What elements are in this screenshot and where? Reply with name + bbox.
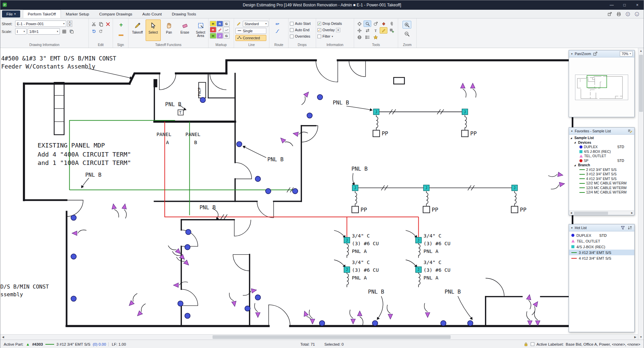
tree-root[interactable]: ◢Sample List [569, 136, 634, 140]
hot-list-item[interactable]: TEL, OUTLET [569, 238, 634, 244]
expander-icon[interactable]: ◢ [574, 141, 577, 144]
duplex-outlet-symbol[interactable] [185, 245, 190, 250]
pp-symbol[interactable] [511, 206, 518, 213]
duplex-outlet-symbol[interactable] [266, 188, 271, 194]
sheet-spinner[interactable]: ▲▼ [67, 20, 72, 27]
select-button[interactable]: Select [146, 19, 161, 41]
zoom-level-select[interactable]: 70%▾ [620, 51, 633, 56]
duplex-outlet-symbol[interactable] [307, 113, 312, 118]
tree-group-devices[interactable]: ◢Devices [569, 140, 634, 145]
horizontal-scrollbar[interactable]: ◀ ▶ [0, 334, 638, 340]
duplex-outlet-symbol[interactable] [317, 94, 323, 100]
list-tool-button[interactable] [364, 34, 371, 40]
pp-symbol[interactable] [462, 130, 468, 137]
help-button[interactable]: ? [624, 11, 631, 17]
remove-sign-button[interactable]: ▬ [117, 30, 125, 38]
vertical-scrollbar[interactable]: ▲ ▼ [638, 48, 644, 340]
info-button[interactable]: i [634, 11, 640, 17]
minimize-button[interactable]: — [605, 0, 618, 10]
tree-item[interactable]: 3 #12 3/4" EMT S/S [569, 172, 634, 177]
single-line-button[interactable]: Single [235, 28, 266, 34]
tab-auto-count[interactable]: Auto Count [137, 10, 167, 18]
tree-item[interactable]: 12/3 MC CABLE W/TERM [569, 186, 634, 190]
search-tool-button[interactable] [364, 20, 371, 27]
duplex-outlet-symbol[interactable] [467, 320, 473, 326]
export-button[interactable] [606, 11, 613, 17]
markup-cell-7[interactable]: J [217, 33, 223, 39]
tab-drawing-tools[interactable]: Drawing Tools [167, 10, 201, 18]
hot-list-item[interactable]: DUPLEXSTD [569, 232, 634, 238]
globe-tool-button[interactable] [355, 34, 363, 40]
star-tool-button[interactable] [372, 34, 379, 40]
scroll-left-icon[interactable]: ◀ [0, 335, 6, 340]
popout-icon[interactable] [593, 51, 598, 56]
spin-up-icon[interactable]: ▲ [67, 20, 72, 24]
duplex-outlet-symbol[interactable] [71, 254, 76, 259]
swap-tool-button[interactable] [364, 27, 371, 34]
markup-cell-0[interactable]: H [210, 21, 216, 27]
tree-item[interactable]: 12/4 MC CABLE W/TERM [569, 190, 634, 195]
expander-icon[interactable]: ◢ [574, 164, 577, 167]
copy-button[interactable] [98, 21, 104, 27]
maximize-button[interactable]: □ [618, 0, 631, 10]
collapse-icon[interactable]: ▼ [571, 227, 573, 229]
tab-marker-setup[interactable]: Marker Setup [61, 10, 94, 18]
tree-item[interactable]: 4 #12 3/4" EMT S/S [569, 177, 634, 181]
scroll-up-icon[interactable]: ▲ [638, 48, 644, 53]
auto-end-checkbox[interactable]: Auto End [290, 27, 311, 33]
duplex-outlet-symbol[interactable] [255, 176, 261, 182]
tree-item[interactable]: DUPLEXSTD [569, 145, 634, 149]
print-button[interactable] [615, 11, 622, 17]
overrides-checkbox[interactable]: Overrides [290, 34, 311, 39]
sort-icon[interactable] [627, 225, 633, 230]
scroll-left-icon[interactable]: ◀ [569, 212, 573, 214]
scroll-right-icon[interactable]: ▶ [633, 335, 638, 340]
line-style-select[interactable]: Standard▾ [243, 21, 268, 27]
duplex-outlet-symbol[interactable] [71, 296, 76, 301]
zoomout-button[interactable] [403, 30, 411, 38]
hot-list-header[interactable]: ▼ Hot List [569, 224, 634, 231]
duplex-outlet-symbol[interactable] [372, 320, 378, 326]
scroll-right-icon[interactable]: ▶ [630, 212, 634, 214]
add-button[interactable]: + [336, 28, 340, 32]
collapse-icon[interactable]: ▼ [571, 53, 573, 55]
delete-button[interactable] [105, 21, 111, 27]
diamond-tool-button[interactable] [380, 20, 387, 27]
connected-line-button[interactable]: Connected [235, 35, 266, 41]
gridplus-tool-button[interactable] [388, 27, 395, 34]
markup-cell-5[interactable] [223, 27, 230, 33]
redo-button[interactable] [98, 28, 104, 34]
pp-symbol[interactable] [423, 206, 430, 213]
labelset-checkbox[interactable] [531, 342, 534, 346]
scurve-route-button[interactable] [274, 28, 280, 34]
duplex-outlet-symbol[interactable] [441, 320, 446, 326]
hot-list-item[interactable]: 4 #12 3/4" EMT S/S [569, 255, 634, 261]
duplex-outlet-symbol[interactable] [319, 320, 325, 326]
close-button[interactable]: × [631, 0, 644, 10]
sheet-select[interactable]: E-1 - Power-001▾ [15, 20, 66, 27]
markup-cell-4[interactable] [217, 27, 223, 33]
target-tool-button[interactable] [355, 20, 363, 27]
grid-settings-button[interactable] [61, 28, 67, 35]
tree-item[interactable]: 2 #12 3/4" EMT S/S [569, 168, 634, 172]
hot-list-item[interactable]: 4/S J-BOX (REC) [569, 244, 634, 250]
markup-cell-3[interactable]: H [210, 27, 216, 33]
edit-list-icon[interactable] [627, 128, 633, 134]
zoomin-button[interactable] [403, 21, 411, 29]
duplex-outlet-symbol[interactable] [186, 229, 191, 235]
locate-tool-button[interactable] [372, 20, 379, 27]
ep-route-button[interactable]: EP [274, 20, 280, 27]
scroll-thumb[interactable] [639, 55, 643, 112]
duplex-outlet-symbol[interactable] [245, 306, 250, 311]
layers-button[interactable] [68, 28, 75, 35]
tab-perform-takeoff[interactable]: Perform TakeOff [23, 10, 61, 18]
duplex-outlet-symbol[interactable] [178, 301, 183, 306]
favorites-hscrollbar[interactable]: ◀ ▶ [569, 211, 634, 215]
pp-symbol[interactable] [373, 130, 380, 137]
file-menu-button[interactable]: File▾ [2, 10, 20, 17]
clip-tool-button[interactable] [388, 20, 395, 27]
scale-unit-select[interactable]: I▾ [15, 28, 27, 35]
duplex-outlet-symbol[interactable] [293, 188, 298, 194]
auto-start-checkbox[interactable]: Auto Start [290, 21, 311, 26]
spin-down-icon[interactable]: ▼ [67, 24, 72, 27]
